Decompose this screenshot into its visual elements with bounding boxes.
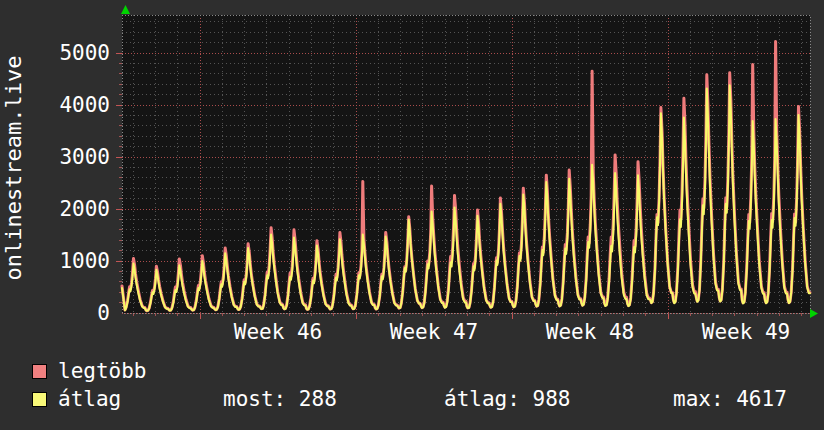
legend-label-atlag: átlag [58,387,121,411]
y-axis-label: 5000 [20,41,110,65]
x-axis-label: Week 46 [198,320,358,344]
y-axis-label: 0 [20,301,110,325]
rrd-graph: onlinestream.live 500040003000200010000 … [0,0,824,430]
y-axis-label: 2000 [20,197,110,221]
legend-row-atlag: átlag most: 288 átlag: 988 max: 4617 [0,387,824,413]
legend-swatch-legtobb [32,364,47,379]
y-axis-label: 3000 [20,145,110,169]
y-axis-label: 4000 [20,93,110,117]
x-axis-label: Week 48 [510,320,670,344]
stat-atlag: átlag: 988 [444,387,570,411]
stat-most: most: 288 [223,387,337,411]
up-arrow-icon [121,5,130,14]
legend-row-legtobb: legtöbb [0,359,824,385]
legend-swatch-atlag [32,392,47,407]
right-arrow-icon [810,309,818,318]
x-axis-label: Week 47 [354,320,514,344]
legend-label-legtobb: legtöbb [58,359,147,383]
stat-max: max: 4617 [673,387,787,411]
x-axis-label: Week 49 [666,320,824,344]
y-axis-label: 1000 [20,249,110,273]
